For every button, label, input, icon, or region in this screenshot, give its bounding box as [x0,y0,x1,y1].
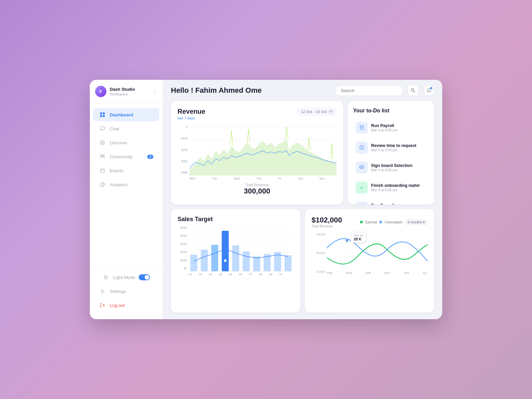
months-filter-button[interactable]: 6 months ▾ [405,219,428,225]
forecast-tooltip: Mar 14 28 K [351,232,366,243]
svg-rect-1 [103,112,105,114]
search-box[interactable] [336,85,402,96]
sidebar-events-label: Events [110,168,123,173]
svg-rect-0 [100,112,102,114]
revenue-total: Total Revenue 300,000 [178,183,336,196]
svg-point-12 [411,89,414,91]
todo-item-2[interactable]: Review time to request Mar 4 at 6:00 pm [353,138,429,157]
sidebar-community-label: Community [110,154,132,159]
brand-sub: Workspace [110,92,152,96]
sidebar-item-discover[interactable]: Discover [93,136,159,149]
sidebar-brand: Dash Studio Workspace [110,87,152,96]
todo-name-5: Run Payroll [371,203,397,204]
svg-rect-8 [100,169,104,173]
revenue-chart-area [190,124,336,176]
forecast-legend: Earned Forecasted 6 months ▾ [360,219,428,225]
theme-toggle[interactable]: Light Mode [96,271,156,284]
sales-target-chart: $0 $100 $200 $300 $400 $500 [178,225,294,271]
todo-icon-run-payroll-2 [356,201,368,204]
sidebar-item-community[interactable]: Community 2 [93,150,159,163]
chat-icon [99,125,106,132]
sidebar-header: F Dash Studio Workspace ⋮ [90,80,163,103]
svg-rect-20 [360,166,364,168]
search-button[interactable] [408,85,418,96]
sidebar-dashboard-label: Dashboard [110,112,133,117]
revenue-x-labels: Mon Tue Wed Thu Fri Sat Sun [178,176,336,180]
sidebar-item-settings[interactable]: Settings [93,285,159,298]
svg-rect-2 [100,115,102,117]
earned-label: Earned [365,220,377,224]
todo-name-4: Finish onboarding mahir [371,183,420,188]
forecast-amount: $102,000 [312,216,342,224]
date-range-picker[interactable]: 12 Oct - 19 Oct [297,108,336,116]
light-mode-toggle[interactable] [139,274,150,280]
todo-time-4: Mar 4 at 6:00 pm [371,188,420,192]
svg-point-40 [346,239,348,242]
forecast-header: $102,000 Total Revenue Earned Forecasted… [312,216,428,228]
todo-time-3: Mar 4 at 6:00 pm [371,168,412,172]
settings-icon [99,288,106,295]
revenue-card: Revenue last 7 days 12 Oct - 19 Oct $40k… [171,101,343,204]
tooltip-value: 28 K [354,237,363,241]
community-badge: 2 [147,155,153,159]
svg-rect-18 [360,125,363,129]
sales-target-card: Sales Target $0 $100 $200 $300 $400 $500 [171,209,300,313]
sales-target-title: Sales Target [178,216,294,223]
avatar: F [95,86,106,97]
forecast-x-labels: FEB MAR APR MAY JUN JUL [327,271,428,275]
todo-item-4[interactable]: ✓ Finish onboarding mahir Mar 4 at 6:00 … [353,178,429,197]
todo-item-3[interactable]: Sign board Selection Mar 4 at 6:00 pm [353,158,429,177]
search-input[interactable] [341,88,397,93]
topbar: Hello ! Fahim Ahmed Ome [163,80,442,101]
revenue-total-value: 300,000 [178,187,336,196]
months-filter-label: 6 months [408,220,422,224]
revenue-title: Revenue [178,108,205,115]
svg-rect-34 [243,251,250,271]
svg-point-4 [100,141,104,145]
svg-point-7 [103,155,104,157]
revenue-y-labels: $40k $30k $20k $10k 0 [178,124,188,176]
date-range-text: 12 Oct - 19 Oct [301,110,327,114]
todo-icon-sign-board [356,162,368,174]
brand-name: Dash Studio [110,87,152,92]
svg-rect-33 [232,245,239,271]
todo-name-2: Review time to request [371,143,416,148]
svg-rect-13 [329,110,332,113]
forecasted-label: Forecasted [385,220,402,224]
todo-name-3: Sign board Selection [371,163,412,168]
notification-button[interactable] [424,85,434,96]
svg-rect-35 [253,256,260,271]
sidebar: F Dash Studio Workspace ⋮ Dashboard Chat [90,80,163,319]
sidebar-item-chat[interactable]: Chat [93,122,159,135]
sidebar-chat-label: Chat [110,126,119,131]
dashboard-icon [99,111,106,118]
earned-legend-dot [360,221,363,223]
sidebar-item-dashboard[interactable]: Dashboard [93,108,159,121]
app-window: F Dash Studio Workspace ⋮ Dashboard Chat [90,80,442,319]
sales-chart-svg [189,225,294,271]
svg-rect-31 [222,231,229,271]
more-options-icon[interactable]: ⋮ [152,88,157,95]
sidebar-item-events[interactable]: Events [93,164,159,177]
svg-rect-29 [201,250,208,271]
logout-icon [99,302,106,309]
sidebar-settings-label: Settings [110,289,126,294]
theme-label: Light Mode [113,275,139,280]
todo-item-1[interactable]: Run Payroll Mar 4 at 6:00 pm [353,118,429,137]
sidebar-item-analytics[interactable]: Analytics [93,178,159,191]
svg-point-32 [224,259,226,262]
sidebar-discover-label: Discover [110,140,127,145]
sidebar-analytics-label: Analytics [110,182,128,187]
svg-rect-28 [190,255,197,271]
todo-item-5[interactable]: Run Payroll Mar 4 at 6:00 pm [353,198,429,204]
svg-point-5 [102,142,103,143]
sidebar-item-logout[interactable]: Log out [93,299,159,312]
revenue-chart: $40k $30k $20k $10k 0 [178,124,336,176]
todo-icon-onboarding: ✓ [356,182,368,194]
svg-point-11 [102,291,103,292]
main-content: Hello ! Fahim Ahmed Ome Revenue [163,80,442,319]
todo-icon-review [356,142,368,154]
revenue-header: Revenue last 7 days 12 Oct - 19 Oct [178,108,336,120]
todo-icon-run-payroll-1 [356,122,368,134]
forecast-sublabel: Total Revenue [312,224,342,228]
